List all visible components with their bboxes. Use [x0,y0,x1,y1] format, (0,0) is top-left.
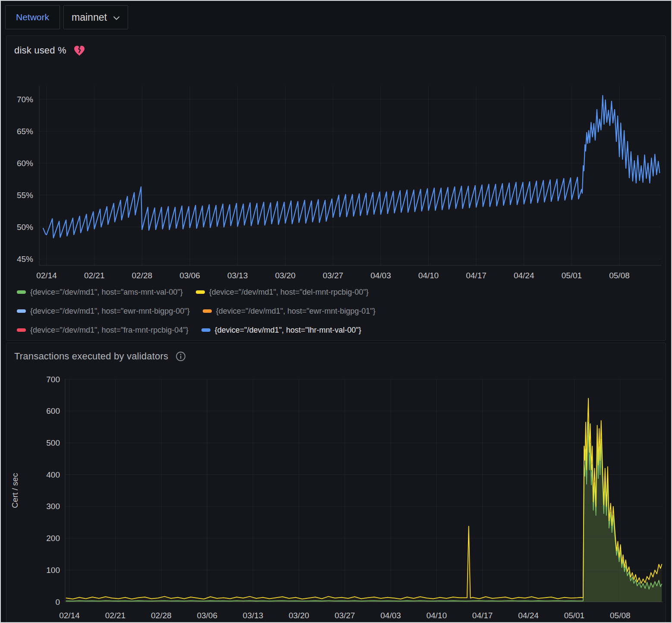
x-tick-label: 03/27 [335,611,355,620]
legend-label: {device="/dev/md1", host="del-mnt-rpcbig… [209,288,369,297]
y-tick-label: 60% [17,159,33,168]
series-fill [66,422,662,602]
x-tick-label: 04/10 [426,611,447,620]
legend-item[interactable]: {device="/dev/md1", host="fra-mnt-rpcbig… [17,326,188,335]
y-tick-label: 0 [55,598,60,607]
legend-row: {device="/dev/md1", host="fra-mnt-rpcbig… [17,321,666,340]
series-color-swatch [17,328,26,332]
x-tick-label: 05/08 [609,271,630,280]
y-tick-label: 100 [46,566,60,575]
x-tick-label: 04/24 [518,611,539,620]
series-color-swatch [17,290,26,294]
info-icon[interactable] [175,351,186,362]
legend-row: {device="/dev/md1", host="ams-mnt-val-00… [17,283,666,302]
network-variable-value[interactable]: mainnet [72,12,107,23]
series-line [66,398,662,599]
panel-title[interactable]: disk used % [14,45,66,56]
series-color-swatch [201,328,210,332]
x-tick-label: 02/21 [105,611,126,620]
series-color-swatch [17,309,26,313]
x-tick-label: 03/20 [289,611,309,620]
y-tick-label: 65% [17,127,33,136]
x-tick-label: 03/20 [275,271,296,280]
broken-heart-icon [73,45,85,57]
legend-label: {device="/dev/md1", host="ams-mnt-val-00… [30,288,183,297]
grafana-dashboard: Network mainnet disk used % 45%50%55%60%… [0,0,672,623]
x-tick-label: 04/17 [472,611,493,620]
y-tick-label: 200 [46,534,60,543]
network-variable-label-box: Network [5,5,60,29]
network-variable-dropdown[interactable]: mainnet [63,5,128,29]
legend-item[interactable]: {device="/dev/md1", host="del-mnt-rpcbig… [196,288,369,297]
x-tick-label: 02/21 [84,271,105,280]
y-tick-label: 300 [46,502,60,511]
panel-disk-used: disk used % 45%50%55%60%65%70%02/1402/21… [6,35,666,341]
x-tick-label: 03/06 [197,611,217,620]
series-line [66,422,662,601]
x-tick-label: 03/13 [227,271,248,280]
x-tick-label: 04/10 [418,271,439,280]
disk-used-legend: {device="/dev/md1", host="ams-mnt-val-00… [6,283,666,340]
legend-label: {device="/dev/md1", host="lhr-mnt-val-00… [215,326,361,335]
y-tick-label: 70% [17,95,33,104]
series-color-swatch [203,309,212,313]
x-tick-label: 03/27 [323,271,343,280]
x-tick-label: 02/14 [59,611,80,620]
transactions-chart[interactable]: 010020030040050060070002/1402/2102/2803/… [6,365,666,623]
y-tick-label: 50% [17,223,33,232]
disk-used-chart[interactable]: 45%50%55%60%65%70%02/1402/2102/2803/0603… [6,58,666,283]
legend-item[interactable]: {device="/dev/md1", host="lhr-mnt-val-00… [201,326,361,335]
series-color-swatch [196,290,205,294]
x-tick-label: 05/08 [610,611,631,620]
x-tick-label: 02/28 [132,271,153,280]
x-tick-label: 04/03 [371,271,391,280]
network-variable-label: Network [6,12,60,22]
y-tick-label: 600 [46,406,60,415]
series-fill [66,398,662,602]
chevron-down-icon [113,16,120,20]
legend-item[interactable]: {device="/dev/md1", host="ams-mnt-val-00… [17,288,183,297]
legend-label: {device="/dev/md1", host="ewr-mnt-bigpg-… [30,307,190,316]
legend-item[interactable]: {device="/dev/md1", host="ewr-mnt-bigpg-… [203,307,376,316]
y-tick-label: 55% [17,191,33,200]
x-tick-label: 04/03 [380,611,401,620]
x-tick-label: 04/24 [514,271,534,280]
legend-label: {device="/dev/md1", host="fra-mnt-rpcbig… [30,326,188,335]
x-tick-label: 05/01 [562,271,582,280]
y-tick-label: 45% [17,255,33,264]
panel-title[interactable]: Transactions executed by validators [14,351,168,362]
x-tick-label: 02/14 [36,271,57,280]
legend-label: {device="/dev/md1", host="ewr-mnt-bigpg-… [216,307,376,316]
variables-toolbar: Network mainnet [1,1,671,34]
x-tick-label: 03/06 [179,271,200,280]
y-axis-title: Cert / sec [10,473,19,508]
y-tick-label: 700 [46,375,60,384]
panel-disk-used-header: disk used % [6,36,666,58]
y-tick-label: 400 [46,470,60,479]
legend-item[interactable]: {device="/dev/md1", host="ewr-mnt-bigpg-… [17,307,190,316]
x-tick-label: 03/13 [243,611,264,620]
x-tick-label: 05/01 [564,611,585,620]
x-tick-label: 02/28 [151,611,172,620]
panel-transactions: Transactions executed by validators 0100… [6,343,666,623]
series-line [43,95,659,238]
x-tick-label: 04/17 [466,271,487,280]
legend-row: {device="/dev/md1", host="ewr-mnt-bigpg-… [17,302,666,321]
y-tick-label: 500 [46,438,60,447]
panel-transactions-header: Transactions executed by validators [6,343,666,365]
